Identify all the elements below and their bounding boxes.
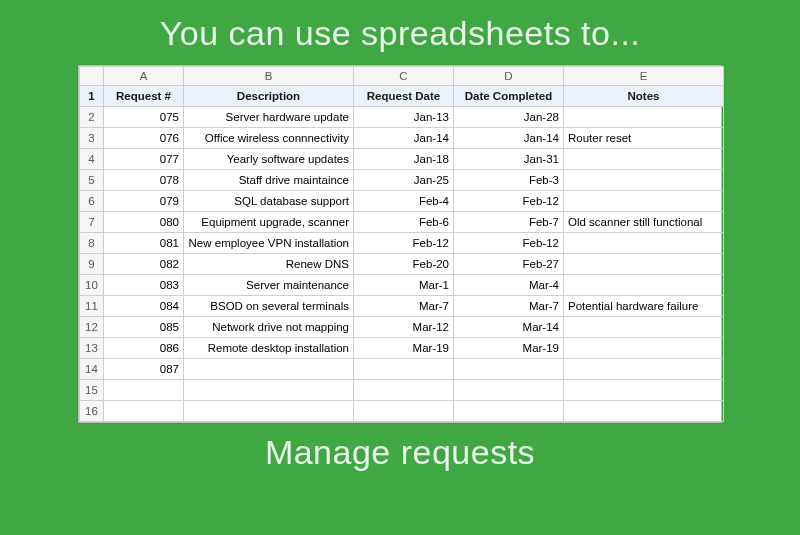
cell-request-no[interactable]: [104, 380, 184, 401]
cell-notes[interactable]: [564, 359, 724, 380]
cell-description[interactable]: Office wireless connnectivity: [184, 128, 354, 149]
cell-request-date[interactable]: Mar-1: [354, 275, 454, 296]
col-letter-a[interactable]: A: [104, 67, 184, 86]
cell-request-date[interactable]: Mar-7: [354, 296, 454, 317]
cell-date-completed[interactable]: Mar-4: [454, 275, 564, 296]
cell-description[interactable]: Network drive not mapping: [184, 317, 354, 338]
cell-request-date[interactable]: Jan-25: [354, 170, 454, 191]
cell-date-completed[interactable]: Mar-14: [454, 317, 564, 338]
cell-request-no[interactable]: 082: [104, 254, 184, 275]
row-number[interactable]: 8: [80, 233, 104, 254]
cell-description[interactable]: BSOD on several terminals: [184, 296, 354, 317]
row-number[interactable]: 11: [80, 296, 104, 317]
cell-date-completed[interactable]: Feb-12: [454, 233, 564, 254]
row-number[interactable]: 14: [80, 359, 104, 380]
row-number[interactable]: 9: [80, 254, 104, 275]
col-letter-e[interactable]: E: [564, 67, 724, 86]
cell-request-date[interactable]: Feb-20: [354, 254, 454, 275]
cell-notes[interactable]: [564, 401, 724, 422]
corner-cell[interactable]: [80, 67, 104, 86]
cell-notes[interactable]: [564, 275, 724, 296]
cell-description[interactable]: [184, 380, 354, 401]
cell-date-completed[interactable]: Jan-28: [454, 107, 564, 128]
cell-description[interactable]: [184, 401, 354, 422]
row-number[interactable]: 10: [80, 275, 104, 296]
row-number[interactable]: 2: [80, 107, 104, 128]
cell-request-date[interactable]: [354, 359, 454, 380]
cell-description[interactable]: Yearly software updates: [184, 149, 354, 170]
cell-date-completed[interactable]: [454, 401, 564, 422]
row-number[interactable]: 4: [80, 149, 104, 170]
cell-notes[interactable]: [564, 170, 724, 191]
header-date-completed[interactable]: Date Completed: [454, 86, 564, 107]
cell-date-completed[interactable]: [454, 359, 564, 380]
cell-request-no[interactable]: 077: [104, 149, 184, 170]
cell-request-no[interactable]: 075: [104, 107, 184, 128]
cell-request-date[interactable]: Mar-19: [354, 338, 454, 359]
cell-description[interactable]: Staff drive maintaince: [184, 170, 354, 191]
header-notes[interactable]: Notes: [564, 86, 724, 107]
cell-request-no[interactable]: 086: [104, 338, 184, 359]
cell-date-completed[interactable]: Feb-12: [454, 191, 564, 212]
cell-request-no[interactable]: 080: [104, 212, 184, 233]
cell-request-date[interactable]: Jan-18: [354, 149, 454, 170]
row-number[interactable]: 15: [80, 380, 104, 401]
cell-description[interactable]: Server maintenance: [184, 275, 354, 296]
cell-request-date[interactable]: Feb-6: [354, 212, 454, 233]
cell-description[interactable]: [184, 359, 354, 380]
cell-request-no[interactable]: 081: [104, 233, 184, 254]
cell-notes[interactable]: [564, 149, 724, 170]
cell-date-completed[interactable]: Jan-31: [454, 149, 564, 170]
cell-description[interactable]: Equipment upgrade, scanner: [184, 212, 354, 233]
cell-request-date[interactable]: Mar-12: [354, 317, 454, 338]
cell-request-no[interactable]: 084: [104, 296, 184, 317]
cell-notes[interactable]: [564, 191, 724, 212]
cell-date-completed[interactable]: Feb-3: [454, 170, 564, 191]
cell-description[interactable]: Remote desktop installation: [184, 338, 354, 359]
cell-date-completed[interactable]: Jan-14: [454, 128, 564, 149]
col-letter-c[interactable]: C: [354, 67, 454, 86]
cell-request-no[interactable]: [104, 401, 184, 422]
header-request-no[interactable]: Request #: [104, 86, 184, 107]
row-number[interactable]: 3: [80, 128, 104, 149]
cell-notes[interactable]: [564, 380, 724, 401]
row-number[interactable]: 13: [80, 338, 104, 359]
cell-description[interactable]: Server hardware update: [184, 107, 354, 128]
row-number[interactable]: 7: [80, 212, 104, 233]
cell-request-date[interactable]: [354, 401, 454, 422]
cell-request-date[interactable]: [354, 380, 454, 401]
cell-request-no[interactable]: 078: [104, 170, 184, 191]
row-number[interactable]: 6: [80, 191, 104, 212]
cell-request-no[interactable]: 079: [104, 191, 184, 212]
row-number[interactable]: 5: [80, 170, 104, 191]
cell-date-completed[interactable]: Feb-27: [454, 254, 564, 275]
header-request-date[interactable]: Request Date: [354, 86, 454, 107]
cell-request-no[interactable]: 087: [104, 359, 184, 380]
cell-request-date[interactable]: Jan-13: [354, 107, 454, 128]
cell-date-completed[interactable]: Mar-19: [454, 338, 564, 359]
col-letter-b[interactable]: B: [184, 67, 354, 86]
cell-notes[interactable]: [564, 233, 724, 254]
row-number[interactable]: 16: [80, 401, 104, 422]
cell-description[interactable]: Renew DNS: [184, 254, 354, 275]
cell-request-no[interactable]: 083: [104, 275, 184, 296]
cell-notes[interactable]: [564, 254, 724, 275]
cell-notes[interactable]: [564, 317, 724, 338]
cell-request-date[interactable]: Feb-4: [354, 191, 454, 212]
cell-notes[interactable]: [564, 107, 724, 128]
cell-notes[interactable]: Old scanner still functional: [564, 212, 724, 233]
cell-request-date[interactable]: Feb-12: [354, 233, 454, 254]
row-number[interactable]: 1: [80, 86, 104, 107]
col-letter-d[interactable]: D: [454, 67, 564, 86]
cell-description[interactable]: SQL database support: [184, 191, 354, 212]
cell-date-completed[interactable]: [454, 380, 564, 401]
cell-request-no[interactable]: 076: [104, 128, 184, 149]
header-description[interactable]: Description: [184, 86, 354, 107]
cell-date-completed[interactable]: Mar-7: [454, 296, 564, 317]
cell-date-completed[interactable]: Feb-7: [454, 212, 564, 233]
row-number[interactable]: 12: [80, 317, 104, 338]
cell-notes[interactable]: Router reset: [564, 128, 724, 149]
cell-notes[interactable]: [564, 338, 724, 359]
cell-request-no[interactable]: 085: [104, 317, 184, 338]
cell-description[interactable]: New employee VPN installation: [184, 233, 354, 254]
